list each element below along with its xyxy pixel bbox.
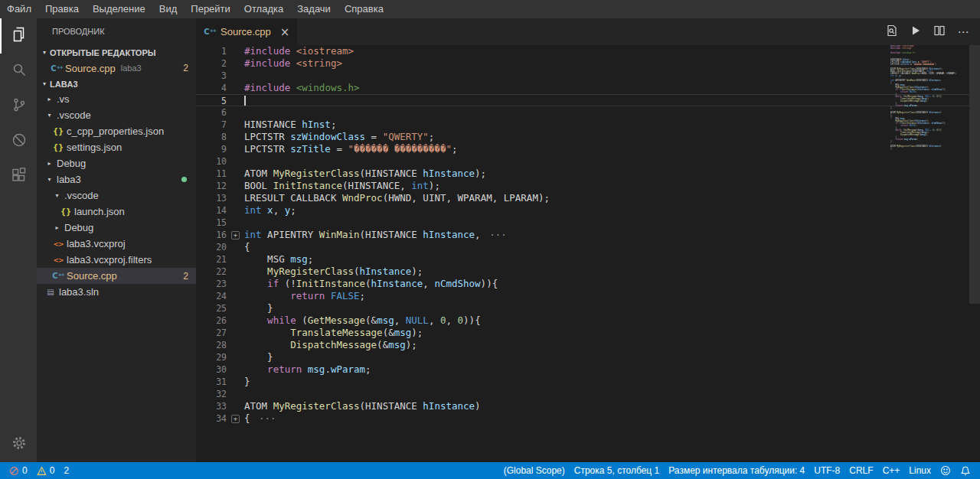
line-content: #include <string> bbox=[244, 57, 969, 70]
editor-group: C++ Source.cpp × ⋯ 1#include <iostream>2… bbox=[196, 18, 980, 462]
status-language[interactable]: C++ bbox=[878, 462, 905, 479]
status-counter[interactable]: 2 bbox=[59, 462, 74, 479]
code-line-6[interactable]: 6 bbox=[196, 106, 969, 119]
cpp-file-icon: C++ bbox=[51, 64, 63, 73]
code-line-21[interactable]: 21 MSG msg; bbox=[196, 253, 969, 266]
status-warnings-text: 0 bbox=[50, 465, 55, 476]
code-line-27[interactable]: 27 TranslateMessage(&msg); bbox=[196, 327, 969, 339]
code-line-8[interactable]: 8LPCTSTR szWindowClass = "QWERTY"; bbox=[196, 131, 969, 143]
line-content: LRESULT CALLBACK WndProc(HWND, UINT, WPA… bbox=[244, 192, 969, 204]
code-line-16[interactable]: 16+int APIENTRY WinMain(HINSTANCE hInsta… bbox=[196, 229, 969, 241]
code-line-30[interactable]: 30 return msg.wParam; bbox=[196, 363, 969, 376]
code-line-22[interactable]: 22 MyRegisterClass(hInstance); bbox=[196, 266, 969, 278]
menu-file[interactable]: Файл bbox=[0, 0, 38, 18]
status-indentation[interactable]: Размер интервала табуляции: 4 bbox=[664, 462, 809, 479]
status-warnings[interactable]: 0 bbox=[32, 462, 60, 479]
more-actions-button[interactable]: ⋯ bbox=[956, 25, 970, 39]
status-errors[interactable]: 0 bbox=[5, 462, 32, 479]
tree-item-source-cpp[interactable]: C++Source.cpp2 bbox=[37, 268, 196, 284]
line-content: HINSTANCE hInst; bbox=[244, 119, 969, 131]
menu-go[interactable]: Перейти bbox=[184, 0, 237, 18]
tree-item-laba3-vcxproj[interactable]: <>laba3.vcxproj bbox=[37, 236, 196, 252]
status-eol[interactable]: CRLF bbox=[844, 462, 877, 479]
code-line-28[interactable]: 28 DispatchMessage(&msg); bbox=[196, 339, 969, 351]
code-line-15[interactable]: 15 bbox=[196, 217, 969, 229]
menu-edit[interactable]: Правка bbox=[38, 0, 86, 18]
code-line-32[interactable]: 32 bbox=[196, 388, 969, 400]
tree-item-c-cpp-properties-json[interactable]: {}c_cpp_properties.json bbox=[37, 123, 196, 139]
code-line-2[interactable]: 2#include <string> bbox=[196, 57, 969, 70]
tree-item-laba3-vcxproj-filters[interactable]: <>laba3.vcxproj.filters bbox=[37, 252, 196, 268]
code-line-20[interactable]: 20{ bbox=[196, 241, 969, 253]
code-line-14[interactable]: 14int x, y; bbox=[196, 204, 969, 217]
tree-item-launch-json[interactable]: {}launch.json bbox=[37, 204, 196, 220]
code-line-25[interactable]: 25 } bbox=[196, 302, 969, 314]
activity-extensions[interactable] bbox=[0, 159, 37, 194]
activity-source-control[interactable] bbox=[0, 89, 37, 124]
tree-item-debug[interactable]: ▸Debug bbox=[37, 155, 196, 171]
code-line-12[interactable]: 12BOOL InitInstance(HINSTANCE, int); bbox=[196, 180, 969, 192]
tab-source-cpp[interactable]: C++ Source.cpp × bbox=[196, 18, 297, 45]
folder-section-header[interactable]: ▾ LABA3 bbox=[37, 77, 196, 91]
tree-item-vs[interactable]: ▸.vs bbox=[37, 91, 196, 107]
code-lines[interactable]: 1#include <iostream>2#include <string>34… bbox=[196, 45, 969, 425]
open-changes-button[interactable] bbox=[885, 25, 899, 39]
status-notifications[interactable] bbox=[956, 462, 975, 479]
status-feedback[interactable] bbox=[936, 462, 956, 479]
code-line-5[interactable]: 5 bbox=[196, 94, 969, 106]
problems-badge: 2 bbox=[183, 63, 188, 73]
code-line-9[interactable]: 9LPCTSTR szTitle = "������ ���������"; bbox=[196, 143, 969, 155]
fold-expand-icon[interactable]: + bbox=[227, 229, 244, 241]
status-os[interactable]: Linux bbox=[904, 462, 936, 479]
tree-item-vscode[interactable]: ▾.vscode bbox=[37, 107, 196, 123]
scrollbar-thumb[interactable] bbox=[969, 45, 980, 304]
error-icon bbox=[9, 466, 19, 476]
tree-item-laba3[interactable]: ▾laba3 bbox=[37, 171, 196, 187]
status-encoding[interactable]: UTF-8 bbox=[809, 462, 844, 479]
minimap[interactable]: #include <iostream>#include <string> #in… bbox=[890, 45, 969, 462]
activity-search[interactable] bbox=[0, 54, 37, 89]
menu-selection[interactable]: Выделение bbox=[86, 0, 152, 18]
code-line-4[interactable]: 4#include <windows.h> bbox=[196, 82, 969, 94]
code-line-33[interactable]: 33ATOM MyRegisterClass(HINSTANCE hInstan… bbox=[196, 400, 969, 412]
menu-help[interactable]: Справка bbox=[338, 0, 390, 18]
vertical-scrollbar[interactable] bbox=[969, 45, 980, 462]
menu-debug[interactable]: Отладка bbox=[237, 0, 290, 18]
tree-item-settings-json[interactable]: {}settings.json bbox=[37, 139, 196, 155]
menu-tasks[interactable]: Задачи bbox=[290, 0, 338, 18]
fold-expand-icon[interactable]: + bbox=[227, 412, 244, 425]
status-scope[interactable]: (Global Scope) bbox=[499, 462, 570, 479]
code-line-11[interactable]: 11ATOM MyRegisterClass(HINSTANCE hInstan… bbox=[196, 168, 969, 180]
activity-settings[interactable] bbox=[0, 427, 37, 462]
code-editor[interactable]: 1#include <iostream>2#include <string>34… bbox=[196, 45, 980, 462]
activity-explorer[interactable] bbox=[0, 18, 37, 54]
editor-actions: ⋯ bbox=[885, 18, 980, 45]
code-line-29[interactable]: 29 } bbox=[196, 351, 969, 363]
activity-debug[interactable] bbox=[0, 124, 37, 159]
split-editor-button[interactable] bbox=[933, 25, 946, 39]
code-line-10[interactable]: 10 bbox=[196, 155, 969, 168]
code-line-24[interactable]: 24 return FALSE; bbox=[196, 290, 969, 302]
code-line-31[interactable]: 31} bbox=[196, 376, 969, 388]
fold-gutter bbox=[227, 290, 244, 302]
menu-bar: ФайлПравкаВыделениеВидПерейтиОтладкаЗада… bbox=[0, 0, 980, 18]
tree-item-laba3-sln[interactable]: ▤laba3.sln bbox=[37, 284, 196, 300]
open-editor-source-cpp[interactable]: C++Source.cpplaba32 bbox=[37, 60, 196, 77]
tree-item-debug[interactable]: ▸Debug bbox=[37, 220, 196, 236]
close-icon[interactable]: × bbox=[280, 25, 290, 39]
code-line-3[interactable]: 3 bbox=[196, 70, 969, 82]
tab-bar: C++ Source.cpp × ⋯ bbox=[196, 18, 980, 45]
code-line-7[interactable]: 7HINSTANCE hInst; bbox=[196, 119, 969, 131]
code-line-26[interactable]: 26 while (GetMessage(&msg, NULL, 0, 0)){ bbox=[196, 314, 969, 327]
status-cursor-position[interactable]: Строка 5, столбец 1 bbox=[570, 462, 664, 479]
run-button[interactable] bbox=[909, 25, 923, 39]
tree-item-vscode[interactable]: ▾.vscode bbox=[37, 187, 196, 204]
menu-view[interactable]: Вид bbox=[152, 0, 185, 18]
open-editors-header[interactable]: ▾ ОТКРЫТЫЕ РЕДАКТОРЫ bbox=[37, 45, 196, 60]
line-number: 14 bbox=[196, 204, 227, 217]
chevron-down-icon: ▾ bbox=[44, 112, 54, 119]
code-line-34[interactable]: 34+{ ··· bbox=[196, 412, 969, 425]
code-line-1[interactable]: 1#include <iostream> bbox=[196, 45, 969, 57]
code-line-13[interactable]: 13LRESULT CALLBACK WndProc(HWND, UINT, W… bbox=[196, 192, 969, 204]
code-line-23[interactable]: 23 if (!InitInstance(hInstance, nCmdShow… bbox=[196, 278, 969, 290]
